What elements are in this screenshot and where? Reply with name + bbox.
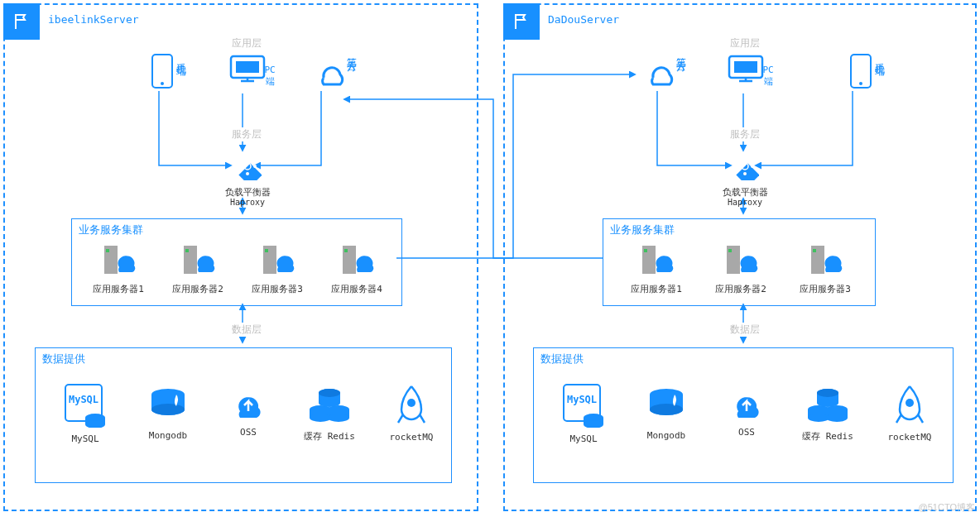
app-server-3: 应用服务器3 <box>244 244 310 295</box>
client-pc: PC端 <box>219 53 276 92</box>
load-balancer-r: 负载平衡器 Haproxy <box>720 152 770 207</box>
app-server-4: 应用服务器4 <box>324 244 390 295</box>
layer-service: 服务层 <box>228 127 265 141</box>
app-server-1: 应用服务器1 <box>85 244 151 295</box>
svg-point-9 <box>253 165 257 168</box>
server-right: DaDouServer 应用层 服务层 数据层 第三方云 PC端 手机端 负载平… <box>503 3 977 511</box>
svg-point-42 <box>743 157 747 160</box>
svg-point-34 <box>319 389 340 397</box>
server-left: ibeelinkServer 应用层 服务层 数据层 手机端 PC端 第三方云 … <box>3 3 478 511</box>
redis-node-r: 缓存 Redis <box>790 381 865 443</box>
flag-icon <box>503 3 540 40</box>
layer-app: 应用层 <box>228 36 265 50</box>
svg-text:MySQL: MySQL <box>69 394 98 405</box>
svg-point-7 <box>246 172 249 175</box>
flag-icon <box>3 3 40 40</box>
layer-app-r: 应用层 <box>727 36 763 50</box>
svg-point-69 <box>906 399 914 407</box>
oss-node-r: OSS <box>718 388 776 438</box>
load-balancer: 负载平衡器 Haproxy <box>223 152 272 207</box>
svg-point-8 <box>238 165 242 168</box>
mysql-node: MySQL MySQL <box>52 381 118 444</box>
cluster-box-r: 业务服务集群 应用服务器1 应用服务器2 应用服务器3 <box>603 218 876 306</box>
redis-node: 缓存 Redis <box>292 381 367 443</box>
svg-point-68 <box>817 389 838 397</box>
layer-service-r: 服务层 <box>727 127 763 141</box>
svg-rect-49 <box>728 249 732 252</box>
svg-rect-15 <box>265 249 268 252</box>
svg-point-24 <box>151 404 185 415</box>
mongodb-node: Mongodb <box>135 385 201 441</box>
cluster-box: 业务服务集群 应用服务器1 应用服务器2 应用服务器3 应用服务器4 <box>71 218 402 306</box>
client-mobile: 手机端 <box>137 53 187 92</box>
oss-node: OSS <box>219 388 277 438</box>
server-right-title: DaDouServer <box>548 13 619 26</box>
svg-point-30 <box>328 414 349 422</box>
lb-label: 负载平衡器 <box>223 186 272 199</box>
app-server-r1: 应用服务器1 <box>623 244 689 295</box>
svg-point-64 <box>826 414 848 422</box>
svg-rect-37 <box>734 61 757 73</box>
svg-rect-40 <box>736 163 759 180</box>
svg-text:MySQL: MySQL <box>567 394 597 405</box>
client-thirdparty-label: 第三方云 <box>344 50 358 56</box>
client-pc-r: PC端 <box>717 53 775 92</box>
svg-rect-17 <box>344 249 348 252</box>
svg-rect-3 <box>236 61 259 73</box>
app-server-r3: 应用服务器3 <box>792 244 858 295</box>
lb-sub: Haproxy <box>223 198 272 207</box>
app-server-2: 应用服务器2 <box>165 244 231 295</box>
server-left-title: ibeelinkServer <box>48 13 139 26</box>
svg-point-45 <box>751 165 754 168</box>
svg-point-67 <box>817 399 838 407</box>
client-thirdparty: 第三方云 <box>301 53 359 92</box>
svg-point-1 <box>161 82 164 85</box>
data-title: 数据提供 <box>42 352 85 366</box>
watermark: @51CTO博客 <box>919 501 975 514</box>
data-box-r: 数据提供 MySQL MySQL Mongodb OSS 缓存 Redis ro… <box>533 347 954 483</box>
svg-point-6 <box>246 157 249 160</box>
mongodb-node-r: Mongodb <box>633 385 699 441</box>
client-mobile-r: 手机端 <box>836 53 886 92</box>
svg-rect-13 <box>185 249 189 252</box>
client-mobile-label: 手机端 <box>174 55 188 60</box>
svg-point-44 <box>736 165 739 168</box>
app-server-r2: 应用服务器2 <box>708 244 774 295</box>
client-pc-label: PC端 <box>263 65 276 88</box>
rocketmq-node: rocketMQ <box>378 383 444 443</box>
svg-point-58 <box>650 404 683 415</box>
cluster-title: 业务服务集群 <box>79 223 143 237</box>
svg-point-35 <box>407 399 416 407</box>
svg-rect-11 <box>106 249 109 252</box>
mysql-node-r: MySQL MySQL <box>550 381 617 444</box>
svg-rect-47 <box>644 249 647 252</box>
client-thirdparty-r: 第三方云 <box>631 53 689 92</box>
svg-rect-4 <box>238 163 262 180</box>
layer-data-r: 数据层 <box>727 323 763 337</box>
svg-point-39 <box>859 82 862 85</box>
svg-rect-51 <box>813 249 816 252</box>
layer-data: 数据层 <box>228 323 265 337</box>
svg-point-43 <box>743 172 747 175</box>
rocketmq-node-r: rocketMQ <box>877 383 943 443</box>
svg-point-33 <box>319 399 340 407</box>
data-box: 数据提供 MySQL MySQL Mongodb OSS 缓存 Redis ro… <box>35 347 452 483</box>
